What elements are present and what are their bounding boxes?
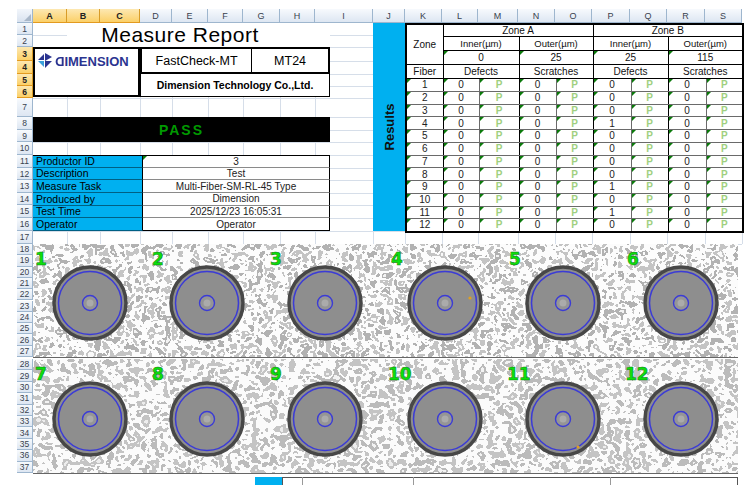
zone-b-header[interactable]: Zone B <box>593 24 743 37</box>
pass-flag-cell[interactable]: P <box>706 219 743 232</box>
ring-limit-3[interactable]: 115 <box>668 51 743 65</box>
row-header-34[interactable]: 34 <box>17 427 33 438</box>
row-header-32[interactable]: 32 <box>17 405 33 416</box>
count-cell[interactable]: 0 <box>668 168 706 181</box>
row-header-18[interactable]: 18 <box>17 244 33 255</box>
count-cell[interactable]: 0 <box>668 117 706 130</box>
count-cell[interactable]: 0 <box>668 91 706 104</box>
pass-flag-cell[interactable]: P <box>631 168 668 181</box>
row-header-22[interactable]: 22 <box>17 289 33 300</box>
pass-flag-cell[interactable]: P <box>479 79 519 92</box>
pass-flag-cell[interactable]: P <box>631 193 668 206</box>
device-model-cell[interactable]: MT24 <box>252 49 328 72</box>
count-cell[interactable]: 1 <box>593 206 631 219</box>
row-header-15[interactable]: 15 <box>17 205 33 218</box>
pass-flag-cell[interactable]: P <box>631 155 668 168</box>
pass-flag-cell[interactable]: P <box>556 79 593 92</box>
measure-header-3[interactable]: Scratches <box>668 65 743 79</box>
row-header-14[interactable]: 14 <box>17 193 33 205</box>
select-all-corner[interactable] <box>17 9 33 23</box>
info-value[interactable]: 2025/12/23 16:05:31 <box>143 206 330 219</box>
pass-flag-cell[interactable]: P <box>556 91 593 104</box>
pass-flag-cell[interactable]: P <box>706 117 743 130</box>
pass-flag-cell[interactable]: P <box>556 142 593 155</box>
count-cell[interactable]: 0 <box>593 104 631 117</box>
pass-flag-cell[interactable]: P <box>706 193 743 206</box>
row-header-19[interactable]: 19 <box>17 255 33 266</box>
row-header-33[interactable]: 33 <box>17 416 33 427</box>
info-value[interactable]: Operator <box>143 218 330 231</box>
count-cell[interactable]: 0 <box>519 155 556 168</box>
measure-header-0[interactable]: Defects <box>443 65 519 79</box>
count-cell[interactable]: 0 <box>668 155 706 168</box>
count-cell[interactable]: 0 <box>519 181 556 194</box>
row-header-10[interactable]: 10 <box>17 142 33 155</box>
pass-flag-cell[interactable]: P <box>556 219 593 232</box>
device-name-cell[interactable]: FastCheck-MT <box>142 49 252 72</box>
row-header-36[interactable]: 36 <box>17 450 33 461</box>
count-cell[interactable]: 1 <box>593 117 631 130</box>
count-cell[interactable]: 0 <box>519 219 556 232</box>
count-cell[interactable]: 0 <box>593 91 631 104</box>
info-value[interactable]: Test <box>143 168 330 181</box>
column-header-C[interactable]: C <box>100 9 140 23</box>
fiber-number-cell[interactable]: 12 <box>406 219 443 232</box>
info-label[interactable]: Operator <box>33 218 143 231</box>
pass-flag-cell[interactable]: P <box>479 193 519 206</box>
row-header-1[interactable]: 1 <box>17 23 33 35</box>
pass-flag-cell[interactable]: P <box>479 181 519 194</box>
pass-flag-cell[interactable]: P <box>631 130 668 143</box>
pass-flag-cell[interactable]: P <box>556 117 593 130</box>
info-label[interactable]: Productor ID <box>33 155 143 168</box>
row-header-37[interactable]: 37 <box>17 462 33 473</box>
info-value[interactable]: Dimension <box>143 193 330 206</box>
pass-flag-cell[interactable]: P <box>631 79 668 92</box>
row-header-20[interactable]: 20 <box>17 267 33 278</box>
row-header-29[interactable]: 29 <box>17 370 33 381</box>
count-cell[interactable]: 1 <box>593 181 631 194</box>
count-cell[interactable]: 0 <box>519 193 556 206</box>
count-cell[interactable]: 0 <box>668 181 706 194</box>
report-title-cell[interactable]: Measure Report <box>67 23 330 47</box>
pass-flag-cell[interactable]: P <box>631 91 668 104</box>
count-cell[interactable]: 0 <box>443 142 479 155</box>
row-header-24[interactable]: 24 <box>17 312 33 323</box>
column-header-J[interactable]: J <box>373 9 405 23</box>
row-header-26[interactable]: 26 <box>17 334 33 345</box>
count-cell[interactable]: 0 <box>443 117 479 130</box>
column-header-R[interactable]: R <box>667 9 705 23</box>
measure-header-1[interactable]: Scratches <box>519 65 593 79</box>
pass-flag-cell[interactable]: P <box>706 206 743 219</box>
fiber-number-cell[interactable]: 8 <box>406 168 443 181</box>
count-cell[interactable]: 0 <box>443 193 479 206</box>
fiber-number-cell[interactable]: 3 <box>406 104 443 117</box>
info-label[interactable]: Produced by <box>33 193 143 206</box>
count-cell[interactable]: 0 <box>519 117 556 130</box>
info-label[interactable]: Description <box>33 168 143 181</box>
column-header-M[interactable]: M <box>478 9 518 23</box>
pass-flag-cell[interactable]: P <box>706 181 743 194</box>
results-section-label[interactable]: Results <box>373 23 405 231</box>
fiber-number-cell[interactable]: 11 <box>406 206 443 219</box>
column-header-I[interactable]: I <box>315 9 373 23</box>
count-cell[interactable]: 0 <box>519 104 556 117</box>
info-label[interactable]: Test Time <box>33 206 143 219</box>
logo-cell[interactable]: DIMENSION <box>33 47 140 97</box>
count-cell[interactable]: 0 <box>519 130 556 143</box>
row-header-25[interactable]: 25 <box>17 323 33 334</box>
row-header-6[interactable]: 6 <box>17 86 33 98</box>
column-header-P[interactable]: P <box>592 9 630 23</box>
column-header-H[interactable]: H <box>280 9 315 23</box>
count-cell[interactable]: 0 <box>443 206 479 219</box>
count-cell[interactable]: 0 <box>593 130 631 143</box>
company-name-cell[interactable]: Dimension Technology Co.,Ltd. <box>140 74 330 97</box>
count-cell[interactable]: 0 <box>443 104 479 117</box>
column-header-A[interactable]: A <box>33 9 67 23</box>
count-cell[interactable]: 0 <box>443 155 479 168</box>
pass-flag-cell[interactable]: P <box>556 155 593 168</box>
column-header-S[interactable]: S <box>705 9 742 23</box>
column-header-O[interactable]: O <box>555 9 592 23</box>
column-header-K[interactable]: K <box>405 9 442 23</box>
row-header-8[interactable]: 8 <box>17 117 33 130</box>
pass-flag-cell[interactable]: P <box>479 168 519 181</box>
